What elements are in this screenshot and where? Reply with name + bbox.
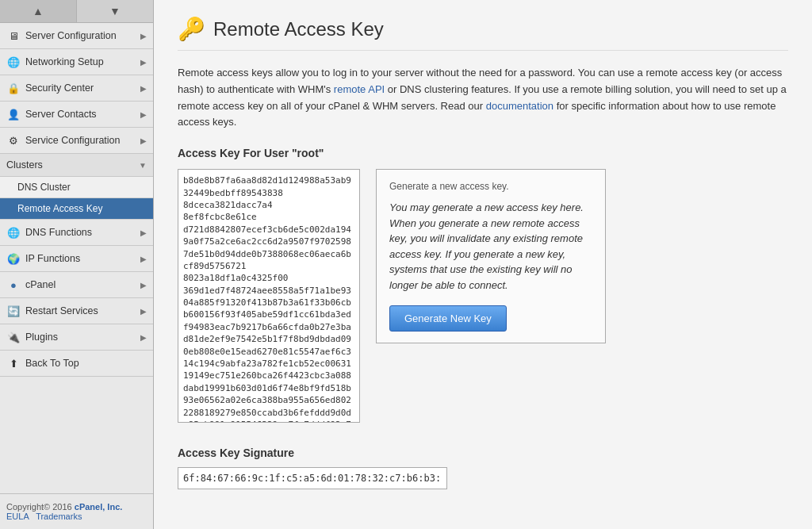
sidebar-label-security: Security Center <box>25 82 137 94</box>
sidebar-item-dns-functions[interactable]: 🌐 DNS Functions ▶ <box>0 220 153 246</box>
sidebar-item-ip-functions[interactable]: 🌍 IP Functions ▶ <box>0 246 153 272</box>
dns-functions-icon: 🌐 <box>6 225 21 240</box>
nav-arrow-down[interactable]: ▼ <box>77 0 153 22</box>
signature-input[interactable] <box>178 467 447 489</box>
sidebar-label-restart: Restart Services <box>25 305 137 316</box>
access-key-textarea[interactable] <box>178 169 360 423</box>
signature-heading: Access Key Signature <box>178 447 788 459</box>
remote-api-link[interactable]: remote API <box>334 83 385 95</box>
sidebar-label-back-to-top: Back To Top <box>25 358 147 369</box>
server-config-icon: 🖥 <box>6 29 21 43</box>
ip-functions-icon: 🌍 <box>6 251 21 266</box>
chevron-icon: ▶ <box>140 307 147 316</box>
generate-box-text: You may generate a new access key here. … <box>389 200 592 293</box>
documentation-link[interactable]: documentation <box>486 100 553 112</box>
back-to-top-icon: ⬆ <box>6 356 21 370</box>
chevron-icon: ▶ <box>140 32 147 40</box>
signature-section: Access Key Signature <box>178 447 788 489</box>
chevron-icon: ▶ <box>140 136 147 145</box>
generate-box-title: Generate a new access key. <box>389 181 592 192</box>
page-title-row: 🔑 Remote Access Key <box>178 16 788 51</box>
sidebar-label-clusters: Clusters <box>6 159 139 171</box>
chevron-icon: ▶ <box>140 228 147 237</box>
sidebar-item-security-center[interactable]: 🔒 Security Center ▶ <box>0 75 153 102</box>
sidebar-item-cpanel[interactable]: ● cPanel ▶ <box>0 272 153 298</box>
sidebar-label-networking: Networking Setup <box>25 56 137 67</box>
clusters-chevron: ▼ <box>139 161 147 170</box>
sidebar-label-service: Service Configuration <box>25 135 137 146</box>
sidebar-footer: Copyright© 2016 cPanel, Inc. EULA Tradem… <box>0 493 153 529</box>
chevron-icon: ▶ <box>140 255 147 263</box>
eula-link[interactable]: EULA <box>6 512 29 521</box>
networking-icon: 🌐 <box>6 55 21 69</box>
page-title: Remote Access Key <box>213 18 384 40</box>
company-link[interactable]: cPanel, Inc. <box>75 502 123 512</box>
description: Remote access keys allow you to log in t… <box>178 65 788 131</box>
security-icon: 🔒 <box>6 81 21 95</box>
sidebar-subitem-dns-cluster[interactable]: DNS Cluster <box>0 177 153 198</box>
access-key-area: Generate a new access key. You may gener… <box>178 169 788 423</box>
sidebar-item-service-config[interactable]: ⚙ Service Configuration ▶ <box>0 128 153 154</box>
restart-icon: 🔄 <box>6 304 21 318</box>
chevron-icon: ▶ <box>140 110 147 119</box>
sidebar-label-ip-functions: IP Functions <box>25 253 137 264</box>
nav-arrow-up[interactable]: ▲ <box>0 0 77 22</box>
sidebar-item-restart-services[interactable]: 🔄 Restart Services ▶ <box>0 298 153 324</box>
sidebar-item-networking-setup[interactable]: 🌐 Networking Setup ▶ <box>0 49 153 75</box>
sidebar-nav-arrows: ▲ ▼ <box>0 0 153 23</box>
remote-access-key-label: Remote Access Key <box>17 203 102 214</box>
sidebar-item-plugins[interactable]: 🔌 Plugins ▶ <box>0 324 153 351</box>
sidebar: ▲ ▼ 🖥 Server Configuration ▶ 🌐 Networkin… <box>0 0 154 529</box>
chevron-icon: ▶ <box>140 281 147 289</box>
sidebar-back-to-top[interactable]: ⬆ Back To Top <box>0 351 153 377</box>
cpanel-icon: ● <box>6 278 21 292</box>
copyright-text: Copyright© 2016 <box>6 502 72 512</box>
generate-box: Generate a new access key. You may gener… <box>376 169 606 343</box>
sidebar-label-cpanel: cPanel <box>25 279 137 290</box>
trademarks-link[interactable]: Trademarks <box>36 512 82 521</box>
generate-new-key-button[interactable]: Generate New Key <box>389 305 507 332</box>
chevron-icon: ▶ <box>140 333 147 342</box>
service-icon: ⚙ <box>6 133 21 148</box>
sidebar-label-contacts: Server Contacts <box>25 109 137 120</box>
sidebar-label-dns-functions: DNS Functions <box>25 227 137 238</box>
sidebar-subitem-remote-access-key[interactable]: Remote Access Key <box>0 198 153 220</box>
sidebar-label-plugins: Plugins <box>25 332 137 343</box>
sidebar-clusters[interactable]: Clusters ▼ <box>0 154 153 177</box>
plugins-icon: 🔌 <box>6 330 21 344</box>
access-key-heading: Access Key For User "root" <box>178 147 788 159</box>
contacts-icon: 👤 <box>6 107 21 121</box>
main-content: 🔑 Remote Access Key Remote access keys a… <box>154 0 812 529</box>
sidebar-item-server-config[interactable]: 🖥 Server Configuration ▶ <box>0 23 153 49</box>
sidebar-item-server-contacts[interactable]: 👤 Server Contacts ▶ <box>0 102 153 128</box>
chevron-icon: ▶ <box>140 58 147 67</box>
page-title-icon: 🔑 <box>178 16 205 42</box>
dns-cluster-label: DNS Cluster <box>17 182 71 193</box>
sidebar-label-server-config: Server Configuration <box>25 30 137 41</box>
chevron-icon: ▶ <box>140 84 147 93</box>
